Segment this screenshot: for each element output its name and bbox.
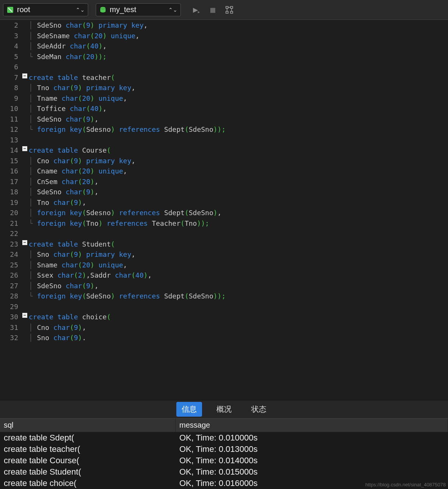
column-message[interactable]: message [176, 419, 448, 432]
code-line[interactable]: 12└ foreign key(Sdesno) references Sdept… [0, 125, 448, 136]
tab-overview[interactable]: 概况 [211, 402, 237, 417]
code-line[interactable]: 13 [0, 136, 448, 147]
chevron-down-icon: ⌃⌄ [168, 7, 177, 12]
code-line[interactable]: 21└ foreign key(Tno) references Teacher(… [0, 219, 448, 230]
code-content[interactable]: │ Tno char(9) primary key, [28, 84, 135, 92]
code-content[interactable]: │ Cno char(9) primary key, [28, 157, 135, 165]
code-content[interactable]: │ SdeSno char(9), [28, 282, 98, 290]
code-line[interactable]: 3│ SdeSname char(20) unique, [0, 32, 448, 42]
code-content[interactable]: │ Cno char(9), [28, 323, 86, 331]
code-content[interactable]: │ SdeSno char(9), [28, 188, 98, 196]
fold-gutter[interactable]: − [21, 146, 28, 151]
watermark: https://blog.csdn.net/sinat_40875078 [366, 482, 446, 487]
fold-gutter[interactable]: − [21, 240, 28, 245]
code-line[interactable]: 11│ SdeSno char(9), [0, 115, 448, 126]
code-content[interactable]: │ Ssex char(2),Saddr char(40), [28, 271, 152, 279]
line-number: 4 [0, 42, 21, 50]
code-line[interactable]: 15│ Cno char(9) primary key, [0, 157, 448, 167]
line-number: 23 [0, 240, 21, 248]
code-content[interactable]: │ Sno char(9). [28, 334, 86, 342]
result-row[interactable]: create table Course(OK, Time: 0.014000s [0, 455, 448, 466]
code-content[interactable] [28, 303, 37, 311]
code-line[interactable]: 17│ CnSem char(20), [0, 178, 448, 188]
code-content[interactable]: │ Tname char(20) unique, [28, 94, 127, 102]
database-dropdown[interactable]: my_test ⌃⌄ [96, 3, 181, 16]
run-icon[interactable]: ▶ [193, 5, 201, 15]
line-number: 31 [0, 323, 21, 331]
line-number: 12 [0, 125, 21, 133]
code-content[interactable]: create table Student( [28, 240, 115, 248]
tab-status[interactable]: 状态 [246, 402, 272, 417]
code-line[interactable]: 20│ foreign key(Sdesno) references Sdept… [0, 209, 448, 219]
fold-minus-icon[interactable]: − [22, 73, 27, 78]
fold-minus-icon[interactable]: − [22, 240, 27, 245]
fold-gutter[interactable]: − [21, 73, 28, 78]
code-line[interactable]: 29 [0, 303, 448, 313]
fold-minus-icon[interactable]: − [22, 146, 27, 151]
code-content[interactable]: │ Tno char(9), [28, 198, 86, 206]
code-content[interactable]: └ SdeMan char(20)); [28, 53, 107, 61]
code-content[interactable]: │ foreign key(Sdesno) references Sdept(S… [28, 209, 221, 217]
connection-icon [6, 6, 14, 14]
code-line[interactable]: 4│ SdeAddr char(40), [0, 42, 448, 53]
result-row[interactable]: create table Student(OK, Time: 0.015000s [0, 466, 448, 478]
code-content[interactable]: │ SdeSname char(20) unique, [28, 32, 140, 40]
code-line[interactable]: 6 [0, 63, 448, 73]
code-content[interactable]: └ foreign key(SdeSno) references Sdept(S… [28, 292, 226, 300]
result-message: OK, Time: 0.013000s [176, 444, 448, 455]
code-content[interactable] [28, 63, 37, 71]
code-content[interactable]: create table teacher( [28, 73, 115, 81]
code-line[interactable]: 27│ SdeSno char(9), [0, 282, 448, 292]
code-line[interactable]: 23−create table Student( [0, 240, 448, 251]
code-content[interactable]: └ foreign key(Tno) references Teacher(Tn… [28, 219, 209, 227]
code-line[interactable]: 10│ Toffice char(40), [0, 105, 448, 115]
line-number: 27 [0, 282, 21, 290]
code-line[interactable]: 19│ Tno char(9), [0, 198, 448, 209]
code-content[interactable]: └ foreign key(Sdesno) references Sdept(S… [28, 125, 226, 133]
code-content[interactable]: │ Sno char(9) primary key, [28, 250, 135, 258]
code-line[interactable]: 31│ Cno char(9), [0, 323, 448, 334]
structure-icon[interactable] [225, 6, 233, 14]
code-content[interactable]: create table Course( [28, 146, 111, 154]
code-content[interactable] [28, 230, 37, 237]
code-line[interactable]: 16│ Cname char(20) unique, [0, 167, 448, 178]
line-number: 5 [0, 53, 21, 61]
tab-info[interactable]: 信息 [176, 402, 202, 417]
line-number: 22 [0, 230, 21, 237]
line-number: 16 [0, 167, 21, 175]
code-content[interactable]: │ SdeAddr char(40), [28, 42, 107, 50]
code-content[interactable]: │ Sname char(20) unique, [28, 261, 127, 269]
code-line[interactable]: 5└ SdeMan char(20)); [0, 53, 448, 63]
code-line[interactable]: 25│ Sname char(20) unique, [0, 261, 448, 272]
code-line[interactable]: 24│ Sno char(9) primary key, [0, 250, 448, 261]
code-line[interactable]: 30−create table choice( [0, 313, 448, 323]
code-line[interactable]: 8│ Tno char(9) primary key, [0, 84, 448, 94]
line-number: 25 [0, 261, 21, 269]
code-content[interactable]: create table choice( [28, 313, 111, 321]
fold-minus-icon[interactable]: − [22, 313, 27, 318]
code-editor[interactable]: 2│ SdeSno char(9) primary key,3│ SdeSnam… [0, 20, 448, 400]
column-sql[interactable]: sql [0, 419, 176, 432]
connection-dropdown[interactable]: root ⌃⌄ [3, 3, 88, 16]
code-content[interactable]: │ CnSem char(20), [28, 178, 98, 186]
code-line[interactable]: 2│ SdeSno char(9) primary key, [0, 21, 448, 32]
stop-icon[interactable]: ■ [210, 5, 215, 14]
fold-gutter[interactable]: − [21, 313, 28, 318]
code-line[interactable]: 14−create table Course( [0, 146, 448, 157]
code-content[interactable] [28, 136, 37, 144]
code-line[interactable]: 28└ foreign key(SdeSno) references Sdept… [0, 292, 448, 303]
code-line[interactable]: 32│ Sno char(9). [0, 334, 448, 344]
result-row[interactable]: create table teacher(OK, Time: 0.013000s [0, 444, 448, 455]
result-row[interactable]: create table Sdept(OK, Time: 0.010000s [0, 432, 448, 444]
code-line[interactable]: 22 [0, 230, 448, 240]
code-content[interactable]: │ Cname char(20) unique, [28, 167, 127, 175]
line-number: 30 [0, 313, 21, 321]
result-sql: create table teacher( [0, 444, 176, 455]
code-content[interactable]: │ Toffice char(40), [28, 105, 107, 112]
code-content[interactable]: │ SdeSno char(9) primary key, [28, 21, 148, 29]
code-line[interactable]: 18│ SdeSno char(9), [0, 188, 448, 198]
code-line[interactable]: 9│ Tname char(20) unique, [0, 94, 448, 105]
code-line[interactable]: 26│ Ssex char(2),Saddr char(40), [0, 271, 448, 282]
code-line[interactable]: 7−create table teacher( [0, 73, 448, 84]
code-content[interactable]: │ SdeSno char(9), [28, 115, 98, 123]
